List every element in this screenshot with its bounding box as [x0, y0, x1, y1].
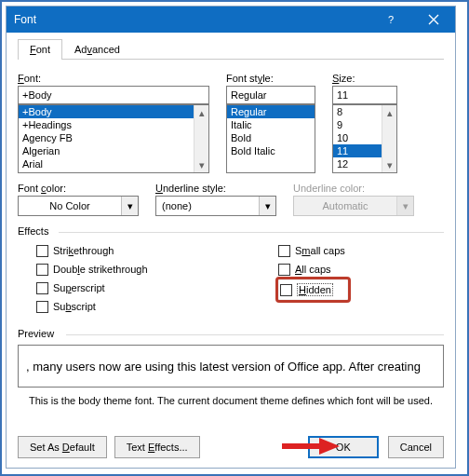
hidden-highlight: Hidden	[275, 277, 351, 303]
checkbox-small-caps[interactable]: Small caps	[278, 242, 345, 259]
checkbox-strikethrough[interactable]: Strikethrough	[36, 242, 260, 259]
tab-font[interactable]: Font	[18, 39, 62, 60]
size-scrollbar[interactable]: ▴ ▾	[382, 105, 396, 172]
checkbox-superscript[interactable]: Superscript	[36, 279, 260, 296]
font-listbox[interactable]: +Body +Headings Agency FB Algerian Arial…	[18, 104, 209, 173]
font-item-agency[interactable]: Agency FB	[19, 131, 208, 144]
style-listbox[interactable]: Regular Italic Bold Bold Italic	[226, 104, 315, 173]
font-item-algerian[interactable]: Algerian	[19, 144, 208, 157]
preview-box: , many users now are using this latest v…	[18, 345, 444, 388]
underline-style-combo[interactable]: (none) ▾	[155, 196, 276, 216]
font-scrollbar[interactable]: ▴ ▾	[194, 105, 208, 172]
font-item-headings[interactable]: +Headings	[19, 118, 208, 131]
scroll-up-icon[interactable]: ▴	[194, 105, 208, 120]
help-button[interactable]: ?	[369, 7, 412, 33]
checkbox-icon	[278, 245, 290, 257]
checkbox-icon	[36, 282, 48, 294]
font-item-body[interactable]: +Body	[19, 105, 208, 118]
style-item-regular[interactable]: Regular	[227, 105, 315, 118]
underline-color-combo: Automatic ▾	[293, 196, 414, 216]
chevron-down-icon: ▾	[121, 197, 138, 215]
checkbox-hidden[interactable]: Hidden	[280, 281, 342, 298]
size-label: Size:	[332, 73, 397, 84]
font-input[interactable]	[18, 86, 209, 104]
chevron-down-icon: ▾	[396, 197, 413, 215]
style-item-italic[interactable]: Italic	[227, 118, 315, 131]
tab-advanced[interactable]: Advanced	[62, 39, 132, 60]
svg-rect-1	[282, 443, 319, 449]
underline-style-label: Underline style:	[155, 183, 276, 194]
annotation-arrow-icon	[282, 438, 340, 455]
checkbox-subscript[interactable]: Subscript	[36, 298, 260, 315]
set-default-button[interactable]: Set As Default	[18, 436, 107, 458]
close-button[interactable]	[412, 7, 455, 33]
font-label: Font:	[18, 73, 209, 84]
underline-color-label: Underline color:	[293, 183, 414, 194]
checkbox-icon	[36, 264, 48, 276]
checkbox-icon	[36, 245, 48, 257]
checkbox-icon	[36, 301, 48, 313]
font-color-combo[interactable]: No Color ▾	[18, 196, 139, 216]
scroll-down-icon[interactable]: ▾	[194, 157, 208, 172]
svg-marker-2	[319, 438, 340, 455]
font-item-arial[interactable]: Arial	[19, 157, 208, 170]
style-input[interactable]	[226, 86, 315, 104]
scroll-up-icon[interactable]: ▴	[382, 105, 396, 120]
size-input[interactable]	[332, 86, 397, 104]
checkbox-all-caps[interactable]: All caps	[278, 261, 345, 278]
checkbox-double-strikethrough[interactable]: Double strikethrough	[36, 261, 260, 278]
chevron-down-icon: ▾	[259, 197, 275, 215]
effects-header: Effects	[18, 225, 444, 237]
font-color-label: Font color:	[18, 183, 139, 194]
checkbox-icon	[278, 264, 290, 276]
style-item-bold[interactable]: Bold	[227, 131, 315, 144]
tab-strip: Font Advanced	[18, 38, 444, 60]
cancel-button[interactable]: Cancel	[388, 436, 444, 458]
titlebar: Font ?	[7, 7, 455, 33]
preview-note: This is the body theme font. The current…	[18, 395, 444, 406]
style-label: Font style:	[226, 73, 315, 84]
font-dialog: Font ? Font Advanced Font: +Body +Headin…	[6, 6, 456, 469]
svg-text:?: ?	[388, 14, 394, 25]
dialog-title: Font	[14, 13, 369, 26]
size-listbox[interactable]: 8 9 10 11 12 ▴ ▾	[332, 104, 397, 173]
checkbox-icon	[280, 284, 292, 296]
text-effects-button[interactable]: Text Effects...	[114, 436, 200, 458]
preview-header: Preview	[18, 328, 444, 339]
scroll-down-icon[interactable]: ▾	[382, 157, 396, 172]
style-item-bolditalic[interactable]: Bold Italic	[227, 144, 315, 157]
